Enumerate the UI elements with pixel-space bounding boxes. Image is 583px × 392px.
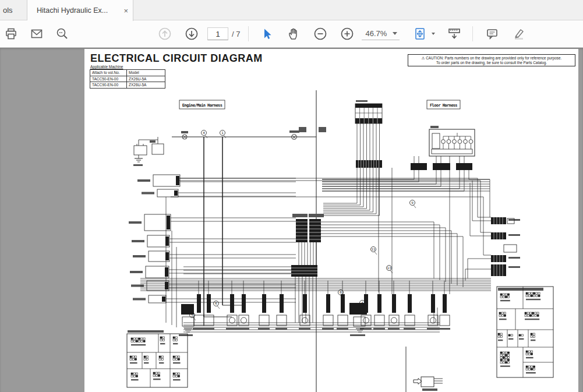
tab-bar: ols Hitachi Hydraulic Ex... × [0, 0, 583, 20]
zoom-marquee-button[interactable] [52, 24, 72, 44]
floor-harness-label: Floor Harness [427, 100, 460, 109]
hand-icon [287, 27, 301, 41]
tab-close-icon[interactable]: × [123, 7, 128, 15]
fit-width-icon [447, 26, 462, 41]
floor-connector-table [355, 100, 382, 168]
highlight-button[interactable] [509, 24, 529, 44]
email-icon [30, 27, 44, 41]
svg-text:Engine/Main Harness: Engine/Main Harness [182, 103, 222, 108]
fit-page-chevron-icon[interactable] [432, 33, 435, 35]
fuse-box [429, 126, 475, 156]
toolbar: / 7 46.7% [0, 20, 583, 48]
previous-page-button[interactable] [155, 24, 175, 44]
svg-text:5: 5 [191, 313, 193, 317]
zoom-marquee-icon [55, 27, 69, 41]
highlighter-pen-icon [511, 26, 527, 41]
zoom-out-button[interactable] [310, 24, 330, 44]
toolbar-separator-2 [472, 26, 473, 41]
relay-blocks [411, 156, 472, 170]
plus-circle-icon [340, 26, 355, 41]
tab-document[interactable]: Hitachi Hydraulic Ex... × [27, 0, 133, 21]
svg-text:9: 9 [411, 201, 414, 204]
fit-page-icon [413, 27, 427, 41]
svg-text:4: 4 [203, 131, 205, 135]
arrow-up-circle-icon [157, 26, 172, 41]
circuit-diagram: Engine/Main HarnessFloor Harness41911136… [84, 49, 578, 392]
toolbar-separator [248, 26, 249, 41]
zoom-level-dropdown[interactable]: 46.7% [362, 28, 400, 40]
connector-legend-right [497, 287, 553, 377]
print-button[interactable] [1, 24, 21, 44]
svg-text:1: 1 [221, 131, 224, 135]
email-button[interactable] [27, 24, 47, 44]
page-total-label: / 7 [232, 30, 240, 38]
svg-text:6: 6 [340, 291, 342, 294]
page-number-input[interactable] [207, 27, 228, 40]
pdf-page: ELECTRICAL CIRCUIT DIAGRAM Applicable Ma… [84, 49, 578, 392]
cursor-icon [260, 27, 273, 40]
svg-text:Floor Harness: Floor Harness [430, 103, 457, 108]
tab-title: Hitachi Hydraulic Ex... [37, 6, 120, 15]
connector-legend-left [127, 330, 188, 387]
chevron-down-icon [393, 32, 397, 35]
svg-text:6: 6 [215, 302, 217, 305]
hand-tool-button[interactable] [284, 24, 303, 44]
connector-direction-symbol [414, 377, 443, 391]
minus-circle-icon [313, 26, 328, 41]
pdf-viewer-window: ols Hitachi Hydraulic Ex... × [0, 0, 583, 392]
svg-text:11: 11 [372, 248, 376, 251]
fit-width-button[interactable] [444, 24, 464, 44]
print-icon [4, 27, 18, 41]
comment-button[interactable] [482, 24, 502, 44]
svg-text:4: 4 [361, 301, 363, 305]
engine-main-harness-label: Engine/Main Harness [179, 100, 225, 109]
svg-text:13: 13 [387, 266, 391, 270]
comment-icon [485, 27, 499, 41]
zoom-level-value: 46.7% [365, 29, 387, 38]
tab-tools-partial[interactable]: ols [0, 0, 27, 20]
battery-symbol [133, 137, 316, 166]
document-canvas[interactable]: ELECTRICAL CIRCUIT DIAGRAM Applicable Ma… [0, 48, 583, 392]
select-tool-button[interactable] [257, 24, 277, 44]
arrow-down-circle-icon [184, 26, 199, 41]
right-component-column [465, 181, 520, 281]
next-page-button[interactable] [182, 24, 202, 44]
fit-page-button[interactable] [410, 24, 430, 44]
zoom-in-button[interactable] [337, 24, 357, 44]
